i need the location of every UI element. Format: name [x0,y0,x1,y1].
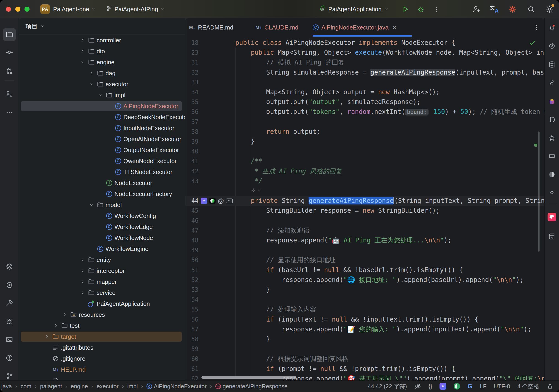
chevron-right-icon[interactable] [53,323,59,329]
tab-README.md[interactable]: M↓README.md [189,18,244,36]
tool-debug-bug-icon[interactable] [3,315,16,328]
run-configuration-selector[interactable]: PaiAgentApplication [319,0,389,18]
chevron-right-icon[interactable] [80,290,86,296]
status-google-translate-icon[interactable]: G [467,383,473,390]
tool-maven-icon[interactable] [546,186,558,199]
tree-item-dag[interactable]: dag [21,68,182,78]
tool-documentation-d-icon[interactable] [546,113,558,126]
tree-item-test[interactable]: test [21,321,182,331]
editor-vertical-scrollbar[interactable] [538,132,540,252]
breadcrumb-generateAiPingResponse[interactable]: mgenerateAiPingResponse [215,383,288,390]
line-number[interactable]: 59 [186,344,198,354]
translate-button[interactable]: 文A [490,5,498,13]
chevron-right-icon[interactable] [80,268,86,274]
tab-AiPingNodeExecutor.java[interactable]: CAiPingNodeExecutor.java× [313,18,412,36]
minimize-window-button[interactable] [15,7,20,12]
line-number[interactable]: 49 [186,245,198,255]
line-number[interactable]: 37 [186,117,198,127]
tree-item-.gitattributes[interactable]: .gitattributes [21,343,182,353]
tree-item-NodeExecutor[interactable]: INodeExecutor [21,178,182,188]
tree-item-PaiAgentApplication[interactable]: PaiAgentApplication [21,299,182,309]
tool-screencast-icon[interactable] [546,150,558,162]
tree-item-QwenNodeExecutor[interactable]: CQwenNodeExecutor [21,156,182,166]
tree-item-interceptor[interactable]: interceptor [21,266,182,276]
project-panel-header[interactable]: 项目 [19,18,185,35]
breadcrumb-AiPingNodeExecutor[interactable]: CAiPingNodeExecutor [147,383,207,390]
tool-build-hammer-icon[interactable] [3,297,16,309]
chevron-right-icon[interactable] [80,38,86,43]
tree-item-WorkflowNode[interactable]: CWorkflowNode [21,233,182,243]
zoom-window-button[interactable] [25,7,29,12]
tree-item-NodeExecutorFactory[interactable]: CNodeExecutorFactory [21,189,182,199]
tree-item-target[interactable]: target [21,332,182,342]
chevron-right-icon[interactable] [80,49,86,54]
branch-selector[interactable]: PaiAgent-AIPing [106,0,165,18]
tree-item-WorkflowConfig[interactable]: CWorkflowConfig [21,211,182,221]
tool-problems-icon[interactable] [3,352,16,364]
tree-item-TTSNodeExecutor[interactable]: CTTSNodeExecutor [21,167,182,177]
add-user-button[interactable] [472,5,480,13]
tool-project-folder-icon[interactable] [3,28,16,41]
status-code-style-braces[interactable]: {} [429,383,432,390]
tab-CLAUDE.md[interactable]: M↓CLAUDE.md [255,18,310,36]
tree-item-resources[interactable]: resources [21,310,182,320]
breadcrumb-com[interactable]: com [21,383,31,390]
settings-gear-button[interactable] [546,5,554,13]
tool-structure-icon[interactable] [3,88,16,100]
tree-item-OpenAINodeExecutor[interactable]: COpenAINodeExecutor [21,134,182,144]
line-number[interactable]: 54 [186,294,198,305]
tree-item-.gitignore[interactable]: .gitignore [21,354,182,364]
line-number[interactable]: 40 [186,146,198,156]
tool-gradle-icon[interactable] [546,168,558,181]
more-run-actions-icon[interactable] [432,5,441,13]
chevron-down-icon[interactable] [80,60,86,65]
inline-ai-actions[interactable] [251,188,261,193]
chevron-down-icon[interactable] [98,93,103,98]
tree-item-AiPingNodeExecutor[interactable]: CAiPingNodeExecutor [21,101,182,111]
starburst-button[interactable] [508,5,517,13]
caret-position[interactable]: 44:42 (22 字符) [368,383,407,390]
close-icon[interactable]: × [392,24,396,31]
tool-services-icon[interactable] [3,279,16,291]
breadcrumb-impl[interactable]: impl [127,383,138,390]
editor-horizontal-scrollbar[interactable] [201,376,297,379]
tool-commit-icon[interactable] [3,46,16,59]
line-number[interactable]: 33 [186,77,198,87]
status-green-plugin-icon[interactable] [454,383,460,390]
tool-dictionary-icon[interactable]: A [546,230,558,243]
line-number[interactable]: 46 [186,216,198,226]
status-inspections-eye-off-icon[interactable] [414,383,421,390]
tree-item-controller[interactable]: controller [21,35,182,45]
tree-item-model[interactable]: model [21,200,182,210]
tree-item-entity[interactable]: entity [21,255,182,265]
status-line-separator[interactable]: LF [480,383,486,390]
tab-options-kebab-icon[interactable] [532,24,540,32]
chevron-down-icon[interactable] [89,82,94,87]
breadcrumb-paiagent[interactable]: paiagent [40,383,62,390]
tool-layers-icon[interactable] [3,260,16,273]
tree-item-DeepSeekNodeExecutor[interactable]: CDeepSeekNodeExecutor [21,112,182,122]
tree-item-impl[interactable]: impl [21,90,182,100]
tool-pull-requests-icon[interactable] [3,64,16,77]
run-button[interactable] [401,5,409,13]
tree-item-WorkflowEdge[interactable]: CWorkflowEdge [21,222,182,232]
chevron-right-icon[interactable] [89,71,94,76]
breadcrumb-engine[interactable]: engine [71,383,88,390]
debug-button[interactable] [417,5,425,13]
tree-item-partial[interactable] [21,375,182,380]
tool-more-dots-icon[interactable] [3,106,16,119]
status-indent[interactable]: 4 个空格 [517,383,539,390]
tree-item-engine[interactable]: engine [21,57,182,67]
tree-item-service[interactable]: service [21,288,182,298]
tree-item-OutputNodeExecutor[interactable]: COutputNodeExecutor [21,145,182,155]
tool-notifications-bell-icon[interactable] [546,21,558,34]
breadcrumb-executor[interactable]: executor [97,383,119,390]
tree-item-executor[interactable]: executor [21,79,182,89]
breadcrumb-java[interactable]: java [1,383,12,390]
close-window-button[interactable] [6,7,11,12]
search-button[interactable] [527,5,535,13]
tree-item-WorkflowEngine[interactable]: CWorkflowEngine [21,244,182,254]
inspections-ok-check-icon[interactable] [528,39,536,48]
tree-item-HELP.md[interactable]: M↓HELP.md [21,365,182,375]
chevron-right-icon[interactable] [80,279,86,285]
